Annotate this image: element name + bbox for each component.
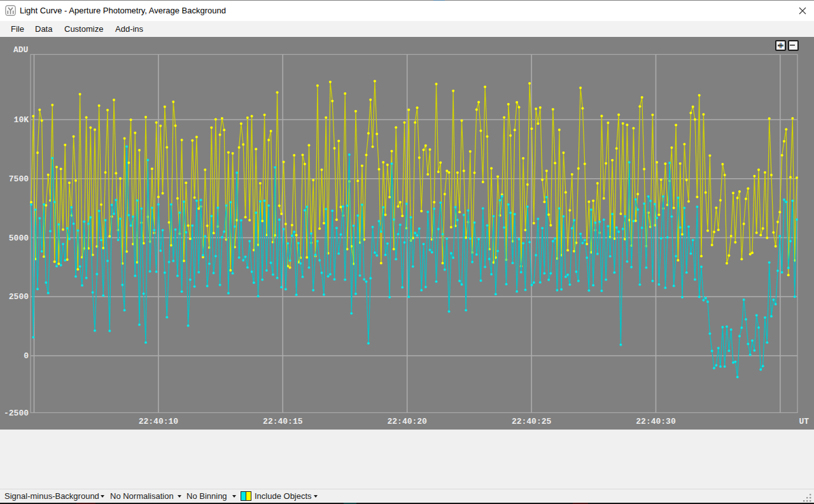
svg-text:10K: 10K xyxy=(14,115,29,125)
svg-text:22:40:10: 22:40:10 xyxy=(139,417,179,426)
svg-text:2500: 2500 xyxy=(9,292,29,302)
svg-text:22:40:15: 22:40:15 xyxy=(263,417,303,426)
svg-text:0: 0 xyxy=(24,351,29,361)
svg-text:UT: UT xyxy=(799,417,809,426)
svg-text:22:40:20: 22:40:20 xyxy=(387,417,427,426)
svg-text:5000: 5000 xyxy=(9,234,29,243)
svg-text:-2500: -2500 xyxy=(4,409,29,418)
svg-text:22:40:25: 22:40:25 xyxy=(512,417,552,426)
svg-text:ADU: ADU xyxy=(13,45,28,55)
svg-text:22:40:30: 22:40:30 xyxy=(636,417,676,426)
svg-text:7500: 7500 xyxy=(9,174,29,184)
